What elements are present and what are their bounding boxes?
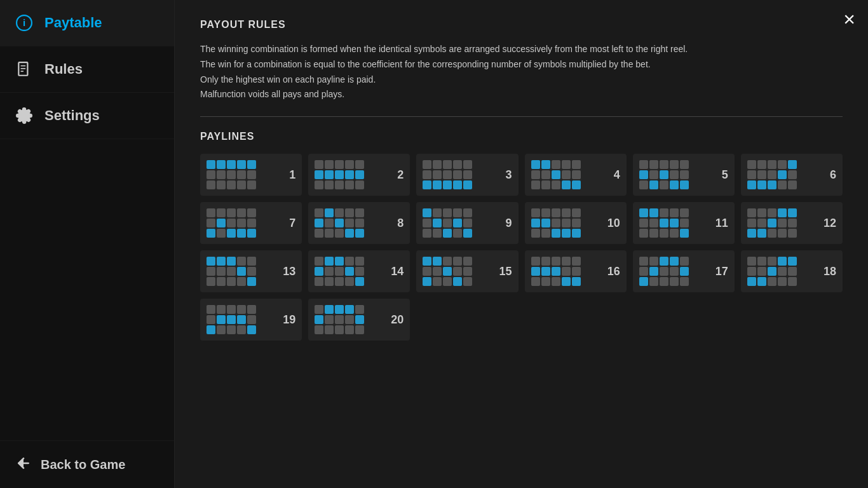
close-button[interactable]: × <box>843 9 855 29</box>
mini-cell <box>433 229 442 238</box>
mini-cell <box>660 219 668 227</box>
payline-item-6: 6 <box>741 154 843 196</box>
payline-number: 8 <box>391 217 403 230</box>
payline-item-2: 2 <box>308 154 410 196</box>
payline-number: 3 <box>499 168 512 182</box>
sidebar-item-rules-label: Rules <box>44 61 83 78</box>
mini-cell <box>562 229 571 238</box>
mini-cell <box>355 180 364 189</box>
mini-cell <box>433 160 442 169</box>
mini-cell <box>345 267 354 276</box>
mini-cell <box>541 180 550 189</box>
mini-cell <box>788 170 797 179</box>
mini-cell <box>443 208 452 217</box>
mini-cell <box>552 257 560 266</box>
mini-cell <box>433 277 442 286</box>
mini-cell <box>463 257 472 266</box>
mini-cell <box>778 277 787 286</box>
payline-grid-13 <box>207 257 256 286</box>
mini-cell <box>345 229 354 238</box>
mini-cell <box>768 180 776 189</box>
mini-cell <box>207 325 215 334</box>
mini-cell <box>757 180 766 189</box>
mini-cell <box>325 170 334 179</box>
mini-cell <box>207 305 215 314</box>
mini-cell <box>788 160 797 169</box>
payline-grid-2 <box>315 160 364 189</box>
payline-grid-3 <box>423 160 472 189</box>
mini-cell <box>423 257 431 266</box>
mini-cell <box>227 267 236 276</box>
mini-cell <box>335 219 344 227</box>
mini-cell <box>660 170 668 179</box>
payline-grid-16 <box>531 257 581 286</box>
payline-item-15: 15 <box>416 250 518 292</box>
mini-cell <box>768 170 776 179</box>
section-divider <box>200 116 843 117</box>
mini-cell <box>778 267 787 276</box>
payline-item-12: 12 <box>741 202 843 244</box>
mini-cell <box>345 219 354 227</box>
payline-number: 11 <box>715 217 728 230</box>
mini-cell <box>355 325 364 334</box>
mini-cell <box>747 219 756 227</box>
mini-cell <box>345 305 354 314</box>
mini-cell <box>433 180 442 189</box>
mini-cell <box>670 277 679 286</box>
mini-cell <box>207 219 215 227</box>
mini-cell <box>541 267 550 276</box>
mini-cell <box>572 267 581 276</box>
mini-cell <box>768 257 776 266</box>
sidebar-item-settings[interactable]: Settings <box>0 93 174 139</box>
mini-cell <box>443 160 452 169</box>
mini-cell <box>237 170 246 179</box>
mini-cell <box>315 305 323 314</box>
mini-cell <box>443 229 452 238</box>
payline-grid-1 <box>207 160 256 189</box>
mini-cell <box>247 208 256 217</box>
sidebar-item-rules[interactable]: Rules <box>0 46 174 93</box>
mini-cell <box>325 160 334 169</box>
mini-cell <box>227 315 236 324</box>
payline-grid-19 <box>207 305 256 334</box>
mini-cell <box>355 315 364 324</box>
payline-item-10: 10 <box>525 202 627 244</box>
mini-cell <box>670 160 679 169</box>
mini-cell <box>227 305 236 314</box>
mini-cell <box>315 229 323 238</box>
payline-number: 2 <box>391 168 403 182</box>
mini-cell <box>325 257 334 266</box>
sidebar-item-paytable[interactable]: i Paytable <box>0 0 174 46</box>
mini-cell <box>463 160 472 169</box>
payline-item-14: 14 <box>308 250 410 292</box>
mini-cell <box>541 208 550 217</box>
mini-cell <box>670 180 679 189</box>
mini-cell <box>778 229 787 238</box>
mini-cell <box>217 170 226 179</box>
mini-cell <box>315 315 323 324</box>
mini-cell <box>207 170 215 179</box>
payout-rules-text: The winning combination is formed when t… <box>200 42 843 102</box>
mini-cell <box>757 267 766 276</box>
mini-cell <box>639 267 648 276</box>
mini-cell <box>649 180 658 189</box>
sidebar: i Paytable Rules Settings Back to Game <box>0 0 175 488</box>
mini-cell <box>443 257 452 266</box>
mini-cell <box>747 229 756 238</box>
mini-cell <box>768 160 776 169</box>
mini-cell <box>355 219 364 227</box>
payline-item-1: 1 <box>200 154 302 196</box>
mini-cell <box>788 277 797 286</box>
payline-item-4: 4 <box>525 154 627 196</box>
mini-cell <box>237 257 246 266</box>
back-to-game-button[interactable]: Back to Game <box>0 440 174 488</box>
mini-cell <box>531 170 540 179</box>
mini-cell <box>217 229 226 238</box>
mini-cell <box>531 277 540 286</box>
mini-cell <box>247 267 256 276</box>
mini-cell <box>552 267 560 276</box>
mini-cell <box>345 315 354 324</box>
mini-cell <box>463 208 472 217</box>
payline-grid-6 <box>747 160 797 189</box>
payline-item-7: 7 <box>200 202 302 244</box>
